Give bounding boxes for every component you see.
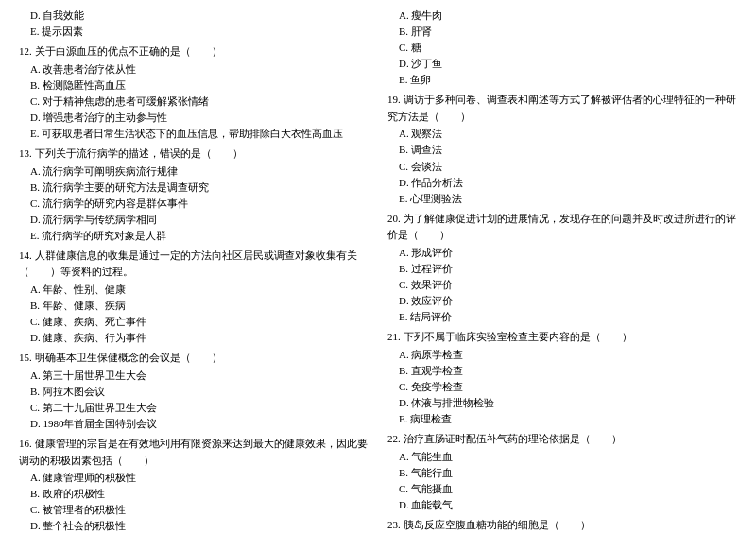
q13-option-a: A. 流行病学可阐明疾病流行规律 <box>19 164 369 180</box>
q21-option-e: E. 病理检查 <box>387 411 737 427</box>
q13-option-d: D. 流行病学与传统病学相同 <box>19 212 369 228</box>
question-15: 15. 明确基本卫生保健概念的会议是（ ） A. 第三十届世界卫生大会 B. 阿… <box>19 350 369 432</box>
question-13: 13. 下列关于流行病学的描述，错误的是（ ） A. 流行病学可阐明疾病流行规律… <box>19 146 369 244</box>
q14-option-d: D. 健康、疾病、行为事件 <box>19 330 369 346</box>
q16-option-d: D. 整个社会的积极性 <box>19 518 369 534</box>
question-12: 12. 关于白源血压的优点不正确的是（ ） A. 改善患者治疗依从性 B. 检测… <box>19 43 369 142</box>
question-22-text: 22. 治疗直肠证时配伍补气药的理论依据是（ ） <box>387 431 737 448</box>
q21-option-a: A. 病原学检查 <box>387 347 737 363</box>
question-18-options: A. 瘦牛肉 B. 肝肾 C. 糖 D. 沙丁鱼 E. 鱼卵 <box>387 8 737 88</box>
q22-option-b: B. 气能行血 <box>387 465 737 481</box>
q12-option-d: D. 增强患者治疗的主动参与性 <box>19 110 369 126</box>
de-top-block: D. 自我效能 E. 提示因素 <box>19 8 369 40</box>
q16-option-c: C. 被管理者的积极性 <box>19 502 369 518</box>
exam-page: D. 自我效能 E. 提示因素 12. 关于白源血压的优点不正确的是（ ） A.… <box>19 8 737 534</box>
q22-option-a: A. 气能生血 <box>387 449 737 465</box>
q14-option-a: A. 年龄、性别、健康 <box>19 282 369 298</box>
question-23: 23. 胰岛反应空腹血糖功能的细胞是（ ） A. δ 细胞 B. β 细胞 C.… <box>387 517 737 534</box>
q13-option-b: B. 流行病学主要的研究方法是调查研究 <box>19 180 369 196</box>
question-13-text: 13. 下列关于流行病学的描述，错误的是（ ） <box>19 146 369 163</box>
question-14: 14. 人群健康信息的收集是通过一定的方法向社区居民或调查对象收集有关（ ）等资… <box>19 248 369 346</box>
q12-option-a: A. 改善患者治疗依从性 <box>19 61 369 78</box>
question-12-text: 12. 关于白源血压的优点不正确的是（ ） <box>19 43 369 60</box>
q21-option-c: C. 免疫学检查 <box>387 379 737 395</box>
question-16: 16. 健康管理的宗旨是在有效地利用有限资源来达到最大的健康效果，因此要调动的积… <box>19 436 369 534</box>
question-21-text: 21. 下列不属于临床实验室检查主要内容的是（ ） <box>387 329 737 346</box>
option-e-top: E. 提示因素 <box>19 24 369 40</box>
q20-option-b: B. 过程评价 <box>387 261 737 277</box>
q19-option-a: A. 观察法 <box>387 126 737 142</box>
question-19-text: 19. 调访于多种问卷、调查表和阐述等方式了解被评估者的心理特征的一种研究方法是… <box>387 92 737 125</box>
q21-option-d: D. 体液与排泄物检验 <box>387 395 737 411</box>
question-19: 19. 调访于多种问卷、调查表和阐述等方式了解被评估者的心理特征的一种研究方法是… <box>387 92 737 206</box>
q19-option-e: E. 心理测验法 <box>387 191 737 207</box>
right-column: A. 瘦牛肉 B. 肝肾 C. 糖 D. 沙丁鱼 E. 鱼卵 19. 调访于多种… <box>387 8 737 534</box>
question-23-text: 23. 胰岛反应空腹血糖功能的细胞是（ ） <box>387 517 737 534</box>
q12-option-c: C. 对于精神焦虑的患者可缓解紧张情绪 <box>19 94 369 110</box>
question-20: 20. 为了解健康促进计划的进展情况，发现存在的问题并及时改进所进行的评价是（ … <box>387 211 737 325</box>
q22-option-d: D. 血能载气 <box>387 497 737 513</box>
question-16-text: 16. 健康管理的宗旨是在有效地利用有限资源来达到最大的健康效果，因此要调动的积… <box>19 436 369 469</box>
q12-option-e: E. 可获取患者日常生活状态下的血压信息，帮助排除白大衣性高血压 <box>19 126 369 142</box>
q15-option-b: B. 阿拉木图会议 <box>19 384 369 400</box>
question-15-text: 15. 明确基本卫生保健概念的会议是（ ） <box>19 350 369 367</box>
q14-option-b: B. 年龄、健康、疾病 <box>19 298 369 314</box>
q20-option-a: A. 形成评价 <box>387 245 737 261</box>
q13-option-c: C. 流行病学的研究内容是群体事件 <box>19 196 369 212</box>
question-21: 21. 下列不属于临床实验室检查主要内容的是（ ） A. 病原学检查 B. 直观… <box>387 329 737 427</box>
q18-option-d: D. 沙丁鱼 <box>387 56 737 72</box>
q12-option-b: B. 检测隐匿性高血压 <box>19 78 369 94</box>
question-22: 22. 治疗直肠证时配伍补气药的理论依据是（ ） A. 气能生血 B. 气能行血… <box>387 431 737 513</box>
q22-option-c: C. 气能摄血 <box>387 481 737 497</box>
q21-option-b: B. 直观学检查 <box>387 363 737 379</box>
q13-option-e: E. 流行病学的研究对象是人群 <box>19 228 369 244</box>
q16-option-b: B. 政府的积极性 <box>19 486 369 502</box>
question-14-text: 14. 人群健康信息的收集是通过一定的方法向社区居民或调查对象收集有关（ ）等资… <box>19 248 369 281</box>
left-column: D. 自我效能 E. 提示因素 12. 关于白源血压的优点不正确的是（ ） A.… <box>19 8 369 534</box>
q14-option-c: C. 健康、疾病、死亡事件 <box>19 314 369 330</box>
content-columns: D. 自我效能 E. 提示因素 12. 关于白源血压的优点不正确的是（ ） A.… <box>19 8 737 534</box>
q18-option-e: E. 鱼卵 <box>387 72 737 88</box>
q15-option-a: A. 第三十届世界卫生大会 <box>19 368 369 384</box>
q19-option-c: C. 会谈法 <box>387 159 737 175</box>
q19-option-d: D. 作品分析法 <box>387 175 737 191</box>
q19-option-b: B. 调查法 <box>387 142 737 158</box>
q16-option-a: A. 健康管理师的积极性 <box>19 470 369 486</box>
q18-option-c: C. 糖 <box>387 40 737 56</box>
q15-option-d: D. 1980年首届全国特别会议 <box>19 416 369 432</box>
option-d-top: D. 自我效能 <box>19 8 369 24</box>
q20-option-d: D. 效应评价 <box>387 293 737 309</box>
q18-option-b: B. 肝肾 <box>387 24 737 40</box>
q18-option-a: A. 瘦牛肉 <box>387 8 737 24</box>
question-20-text: 20. 为了解健康促进计划的进展情况，发现存在的问题并及时改进所进行的评价是（ … <box>387 211 737 244</box>
q20-option-e: E. 结局评价 <box>387 309 737 325</box>
q15-option-c: C. 第二十九届世界卫生大会 <box>19 400 369 416</box>
q20-option-c: C. 效果评价 <box>387 277 737 293</box>
